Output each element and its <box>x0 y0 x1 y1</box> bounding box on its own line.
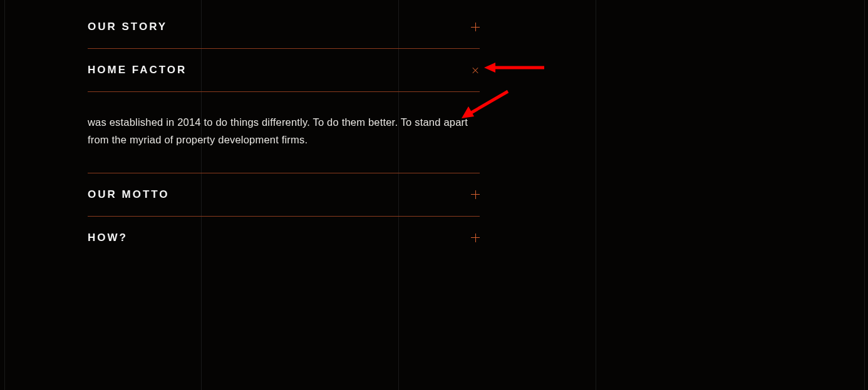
plus-icon <box>471 233 480 242</box>
plus-icon <box>471 190 480 199</box>
svg-marker-1 <box>484 63 495 73</box>
close-icon <box>471 66 480 74</box>
accordion-title: OUR STORY <box>88 21 167 33</box>
accordion-header-our-motto[interactable]: OUR MOTTO <box>88 173 480 216</box>
accordion-item-our-story: OUR STORY <box>88 6 480 49</box>
accordion-title: OUR MOTTO <box>88 188 170 201</box>
accordion-item-how: HOW? <box>88 217 480 259</box>
plus-icon <box>471 23 480 31</box>
accordion-item-our-motto: OUR MOTTO <box>88 173 480 217</box>
accordion-header-our-story[interactable]: OUR STORY <box>88 6 480 48</box>
accordion: OUR STORY HOME FACTOR was established in… <box>88 6 480 259</box>
accordion-header-how[interactable]: HOW? <box>88 217 480 259</box>
accordion-item-home-factor: HOME FACTOR was established in 2014 to d… <box>88 49 480 173</box>
annotation-arrow <box>484 60 547 75</box>
accordion-title: HOW? <box>88 232 128 244</box>
accordion-header-home-factor[interactable]: HOME FACTOR <box>88 49 480 91</box>
accordion-content: was established in 2014 to do things dif… <box>88 92 480 173</box>
accordion-title: HOME FACTOR <box>88 64 187 76</box>
